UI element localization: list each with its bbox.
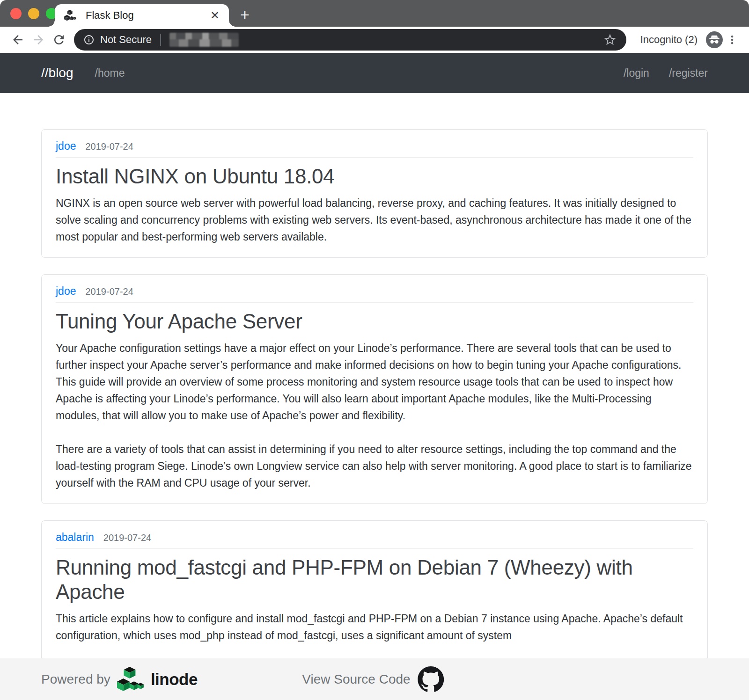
browser-toolbar: Not Secure Incognito (2) bbox=[0, 27, 749, 53]
meta-divider bbox=[56, 302, 693, 303]
page-footer: Powered by bbox=[0, 658, 749, 700]
reload-icon[interactable] bbox=[49, 29, 69, 50]
nav-right-group: /login /register bbox=[624, 67, 708, 80]
minimize-window-button[interactable] bbox=[28, 8, 39, 19]
browser-menu-icon[interactable] bbox=[723, 30, 742, 49]
meta-divider bbox=[56, 548, 693, 549]
omnibox-divider bbox=[160, 34, 161, 46]
post-paragraph: There are a variety of tools that can as… bbox=[56, 441, 693, 491]
post-meta: jdoe 2019-07-24 bbox=[56, 140, 693, 153]
nav-register-link[interactable]: /register bbox=[669, 67, 708, 80]
linode-logo-icon bbox=[117, 667, 144, 692]
powered-by-linode-link[interactable]: Powered by bbox=[41, 667, 198, 692]
post-paragraph: This article explains how to configure a… bbox=[56, 610, 693, 644]
post-meta: jdoe 2019-07-24 bbox=[56, 285, 693, 298]
brand-link[interactable]: //blog bbox=[41, 66, 73, 80]
tab-title: Flask Blog bbox=[86, 9, 210, 22]
incognito-avatar-icon[interactable] bbox=[706, 31, 723, 48]
new-tab-button[interactable]: + bbox=[234, 5, 256, 24]
blurred-url bbox=[169, 33, 239, 47]
site-navbar: //blog /home /login /register bbox=[0, 53, 749, 93]
post-title: Running mod_fastcgi and PHP-FPM on Debia… bbox=[56, 555, 693, 605]
post-paragraph: Your Apache configuration settings have … bbox=[56, 340, 693, 424]
not-secure-label: Not Secure bbox=[100, 34, 152, 46]
post-paragraph: NGINX is an open source web server with … bbox=[56, 195, 693, 245]
tab-close-icon[interactable]: ✕ bbox=[210, 10, 220, 21]
post-body: This article explains how to configure a… bbox=[56, 610, 693, 644]
forward-icon[interactable] bbox=[28, 29, 49, 50]
window-controls bbox=[10, 8, 57, 19]
view-source-link[interactable]: View Source Code bbox=[302, 666, 444, 693]
browser-tab[interactable]: Flask Blog ✕ bbox=[55, 4, 229, 27]
incognito-count-label: Incognito (2) bbox=[640, 34, 698, 46]
tab-strip: Flask Blog ✕ + bbox=[0, 0, 749, 27]
post-list: jdoe 2019-07-24 Install NGINX on Ubuntu … bbox=[0, 93, 749, 700]
browser-window: Flask Blog ✕ + Not Secure Incognito bbox=[0, 0, 749, 700]
github-icon bbox=[418, 666, 444, 693]
post-body: NGINX is an open source web server with … bbox=[56, 195, 693, 245]
bookmark-star-icon[interactable] bbox=[603, 33, 617, 47]
close-window-button[interactable] bbox=[10, 8, 22, 19]
post-date: 2019-07-24 bbox=[103, 532, 151, 543]
post-author-link[interactable]: jdoe bbox=[56, 140, 76, 153]
favicon-cube-icon bbox=[64, 9, 76, 22]
meta-divider bbox=[56, 157, 693, 158]
post-author-link[interactable]: abalarin bbox=[56, 531, 94, 544]
back-icon[interactable] bbox=[7, 29, 28, 50]
info-icon[interactable] bbox=[83, 34, 95, 45]
linode-wordmark: linode bbox=[151, 670, 198, 689]
nav-login-link[interactable]: /login bbox=[624, 67, 649, 80]
post-title: Install NGINX on Ubuntu 18.04 bbox=[56, 164, 693, 189]
post-meta: abalarin 2019-07-24 bbox=[56, 531, 693, 544]
post-card: jdoe 2019-07-24 Install NGINX on Ubuntu … bbox=[41, 129, 708, 258]
view-source-label: View Source Code bbox=[302, 672, 410, 687]
post-author-link[interactable]: jdoe bbox=[56, 285, 76, 298]
post-date: 2019-07-24 bbox=[85, 286, 133, 297]
post-date: 2019-07-24 bbox=[85, 141, 133, 152]
post-title: Tuning Your Apache Server bbox=[56, 309, 693, 334]
address-bar[interactable]: Not Secure bbox=[74, 29, 626, 51]
post-card: jdoe 2019-07-24 Tuning Your Apache Serve… bbox=[41, 274, 708, 504]
nav-home-link[interactable]: /home bbox=[95, 67, 125, 80]
powered-by-label: Powered by bbox=[41, 672, 110, 687]
post-body: Your Apache configuration settings have … bbox=[56, 340, 693, 491]
